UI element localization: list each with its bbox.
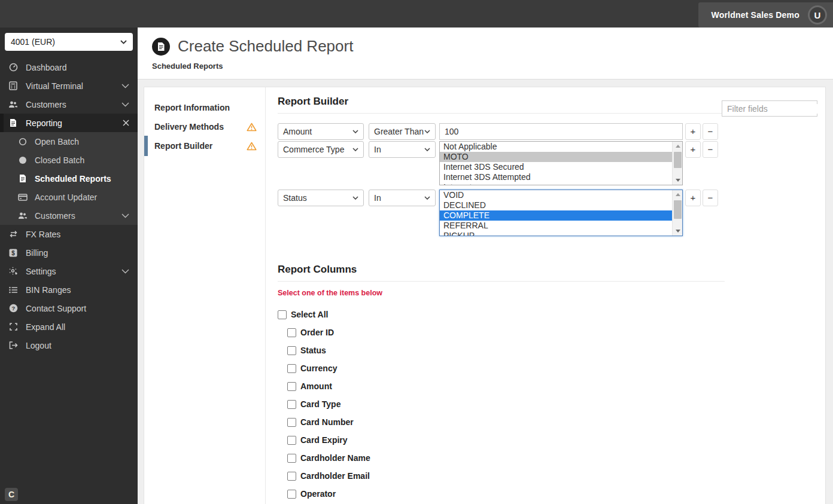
listbox-option[interactable]: REFERRAL <box>440 221 682 231</box>
tab-delivery-methods[interactable]: Delivery Methods <box>144 117 265 136</box>
column-row-cardholder-email[interactable]: Cardholder Email <box>287 467 825 485</box>
tab-report-builder[interactable]: Report Builder <box>144 136 265 155</box>
content-area: Report Information Delivery Methods Repo… <box>138 80 833 504</box>
sidebar-item-open-batch[interactable]: Open Batch <box>0 132 138 151</box>
breadcrumb[interactable]: Scheduled Reports <box>138 56 833 71</box>
remove-filter-button[interactable]: − <box>703 141 718 158</box>
column-row-order-id[interactable]: Order ID <box>287 323 825 341</box>
sidebar-item-contact-support[interactable]: ? Contact Support <box>0 299 138 317</box>
chevron-down-icon <box>121 84 129 88</box>
add-filter-button[interactable]: + <box>685 141 701 158</box>
chevron-down-icon <box>352 130 358 133</box>
sidebar-item-virtual-terminal[interactable]: Virtual Terminal <box>0 77 138 95</box>
operator-select[interactable]: In <box>369 190 436 206</box>
cobrowse-badge[interactable]: C <box>5 488 18 501</box>
column-checkbox[interactable] <box>287 454 296 463</box>
sidebar-item-dashboard[interactable]: Dashboard <box>0 58 138 77</box>
column-checkbox[interactable] <box>287 490 296 499</box>
filter-rows: Amount Greater Than + − Commerce Type <box>278 123 718 236</box>
remove-filter-button[interactable]: − <box>703 190 718 206</box>
status-listbox[interactable]: VOID DECLINED COMPLETE REFERRAL PICKUP <box>439 190 683 236</box>
operator-select[interactable]: In <box>369 141 436 158</box>
column-checkbox[interactable] <box>287 382 296 391</box>
chevron-down-icon <box>121 269 129 274</box>
column-checkbox[interactable] <box>287 418 296 427</box>
sidebar-item-customers-sub[interactable]: Customers <box>0 206 138 225</box>
listbox-option[interactable]: Internet 3DS Secured <box>440 162 682 172</box>
sidebar-item-reporting[interactable]: Reporting <box>0 114 138 132</box>
expand-icon <box>8 323 18 331</box>
sidebar-item-logout[interactable]: Logout <box>0 336 138 355</box>
close-icon[interactable] <box>123 120 129 126</box>
column-checkbox[interactable] <box>287 472 296 481</box>
amount-value-input[interactable] <box>439 123 683 140</box>
listbox-option-selected[interactable]: COMPLETE <box>440 210 682 221</box>
listbox-option[interactable]: Internet <box>440 182 682 185</box>
chevron-down-icon <box>424 196 430 200</box>
field-select[interactable]: Status <box>278 190 364 206</box>
user-avatar[interactable]: U <box>808 5 827 25</box>
scroll-up-arrow[interactable] <box>673 190 683 199</box>
column-checkbox[interactable] <box>287 436 296 445</box>
sidebar-item-bin-ranges[interactable]: BIN Ranges <box>0 280 138 299</box>
listbox-option[interactable]: Not Applicable <box>440 142 682 152</box>
sidebar-item-expand-all[interactable]: Expand All <box>0 317 138 336</box>
listbox-option-selected[interactable]: MOTO <box>440 152 682 162</box>
sidebar-item-closed-batch[interactable]: Closed Batch <box>0 151 138 169</box>
section-nav: Report Information Delivery Methods Repo… <box>144 87 266 504</box>
sidebar-item-customers[interactable]: Customers <box>0 95 138 114</box>
column-row-currency[interactable]: Currency <box>287 359 825 377</box>
column-row-card-type[interactable]: Card Type <box>287 395 825 413</box>
sidebar-item-scheduled-reports[interactable]: Scheduled Reports <box>0 169 138 188</box>
filter-fields-input[interactable] <box>727 104 826 114</box>
account-chip[interactable]: Worldnet Sales Demo U <box>698 2 833 28</box>
scroll-thumb[interactable] <box>674 200 682 219</box>
sidebar-item-settings[interactable]: Settings <box>0 262 138 280</box>
operator-select[interactable]: Greater Than <box>369 123 436 140</box>
field-select[interactable]: Amount <box>278 123 364 140</box>
checkbox-label: Card Number <box>300 417 354 427</box>
sidebar-item-account-updater[interactable]: Account Updater <box>0 188 138 206</box>
scroll-thumb[interactable] <box>674 152 682 168</box>
column-row-cardholder-name[interactable]: Cardholder Name <box>287 449 825 467</box>
column-row-card-expiry[interactable]: Card Expiry <box>287 431 825 449</box>
tab-report-information[interactable]: Report Information <box>144 98 265 117</box>
customers-icon <box>8 100 18 108</box>
column-checkbox[interactable] <box>287 346 296 355</box>
listbox-option[interactable]: PICKUP <box>440 231 682 236</box>
column-row-card-number[interactable]: Card Number <box>287 413 825 431</box>
listbox-option[interactable]: DECLINED <box>440 200 682 210</box>
checkbox-label: Currency <box>300 364 337 373</box>
report-card: Report Information Delivery Methods Repo… <box>144 87 826 504</box>
column-checkbox[interactable] <box>287 328 296 337</box>
listbox-scrollbar[interactable] <box>672 142 682 185</box>
scroll-up-arrow[interactable] <box>673 142 683 151</box>
listbox-option[interactable]: Internet 3DS Attempted <box>440 172 682 182</box>
validation-message: Select one of the items below <box>278 289 825 297</box>
column-row-operator[interactable]: Operator <box>287 485 825 503</box>
remove-filter-button[interactable]: − <box>703 123 718 140</box>
checkbox-label: Status <box>300 346 326 355</box>
field-select[interactable]: Commerce Type <box>278 141 364 158</box>
column-checkbox[interactable] <box>287 364 296 373</box>
commerce-type-listbox[interactable]: Not Applicable MOTO Internet 3DS Secured… <box>439 141 683 185</box>
sidebar-item-fx-rates[interactable]: FX Rates <box>0 225 138 243</box>
listbox-scrollbar[interactable] <box>672 190 682 236</box>
add-filter-button[interactable]: + <box>685 123 701 140</box>
select-all-row[interactable]: Select All <box>278 306 825 323</box>
sidebar-item-label: Account Updater <box>35 193 129 202</box>
column-row-status[interactable]: Status <box>287 341 825 359</box>
sidebar-item-label: FX Rates <box>26 230 129 239</box>
sidebar-item-billing[interactable]: $ Billing <box>0 243 138 262</box>
select-all-checkbox[interactable] <box>278 310 287 319</box>
add-filter-button[interactable]: + <box>685 190 701 206</box>
listbox-option[interactable]: VOID <box>440 190 682 200</box>
column-row-amount[interactable]: Amount <box>287 377 825 395</box>
merchant-selector[interactable]: 4001 (EUR) <box>5 33 133 51</box>
scroll-down-arrow[interactable] <box>673 176 683 185</box>
scroll-down-arrow[interactable] <box>673 227 683 236</box>
column-checkbox[interactable] <box>287 400 296 409</box>
sidebar-item-label: Closed Batch <box>35 155 129 165</box>
filter-fields-box[interactable] <box>722 100 817 117</box>
tab-label: Report Builder <box>154 141 247 151</box>
